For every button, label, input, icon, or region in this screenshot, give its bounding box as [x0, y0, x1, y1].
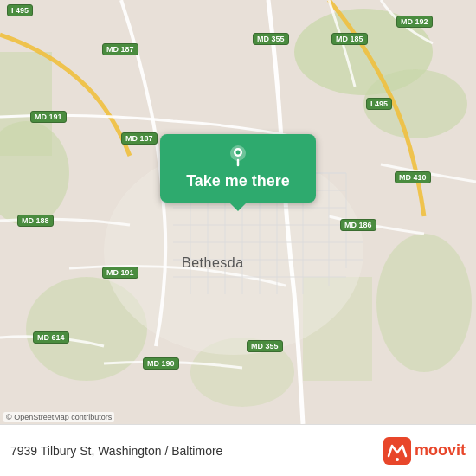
city-label: Bethesda — [182, 255, 244, 271]
road-badge-md185: MD 185 — [331, 33, 368, 45]
road-badge-md187-top: MD 187 — [102, 43, 138, 55]
address-text: 7939 Tilbury St, Washington / Baltimore — [10, 444, 222, 458]
road-badge-md614: MD 614 — [33, 331, 69, 344]
bottom-bar: 7939 Tilbury St, Washington / Baltimore … — [0, 424, 476, 476]
road-badge-md190: MD 190 — [143, 357, 179, 370]
cta-label: Take me there — [186, 172, 290, 190]
road-badge-md192: MD 192 — [396, 16, 433, 28]
road-badge-i495-right: I 495 — [366, 98, 392, 110]
moovit-brand-icon — [383, 437, 411, 465]
road-badge-md410: MD 410 — [395, 171, 431, 183]
road-badge-md187-mid: MD 187 — [121, 132, 158, 145]
svg-point-28 — [236, 151, 241, 155]
road-badge-md355-bot: MD 355 — [247, 340, 283, 352]
road-badge-md355-top: MD 355 — [253, 33, 289, 45]
osm-attribution: © OpenStreetMap contributors — [3, 412, 114, 422]
map-container: MD 187 MD 355 MD 185 MD 192 I 495 MD 191… — [0, 0, 476, 424]
moovit-brand-text: moovit — [415, 441, 466, 460]
svg-point-30 — [396, 458, 399, 461]
take-me-there-popup[interactable]: Take me there — [160, 134, 316, 203]
road-badge-md186: MD 186 — [340, 219, 376, 231]
road-badge-md191-low: MD 191 — [102, 267, 138, 279]
road-badge-md188: MD 188 — [17, 215, 54, 227]
road-badge-md191-left: MD 191 — [30, 111, 67, 123]
road-badge-i495-top: I 495 — [7, 4, 33, 16]
svg-point-6 — [376, 234, 472, 372]
moovit-logo[interactable]: moovit — [383, 437, 466, 465]
location-pin-icon — [226, 143, 250, 167]
